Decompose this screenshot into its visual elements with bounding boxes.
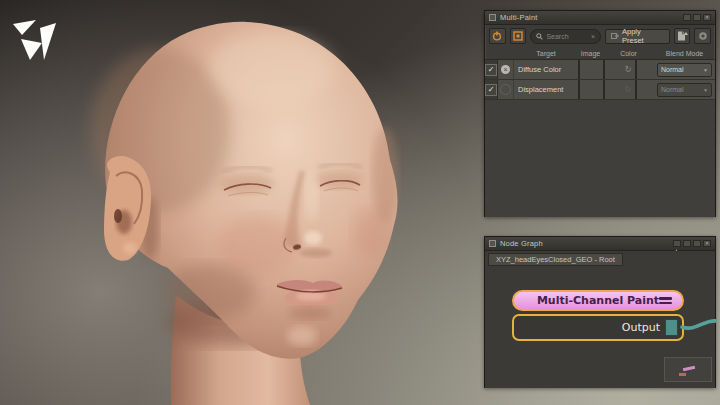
target-label: Displacement — [514, 85, 578, 94]
output-node[interactable]: Output — [512, 314, 684, 341]
collapse-icon[interactable] — [683, 14, 691, 21]
sync-button[interactable] — [694, 28, 711, 44]
color-swatch-a[interactable] — [603, 60, 605, 79]
search-input[interactable]: Search × — [530, 29, 601, 44]
multi-paint-toolbar: Search × Apply Preset — [485, 25, 715, 47]
node-graph-minimap[interactable] — [664, 357, 712, 382]
color-swatch-b[interactable] — [635, 80, 637, 99]
preset-icon — [611, 32, 619, 40]
blend-mode-dropdown[interactable]: Normal ▼ — [657, 83, 712, 97]
enable-checkbox[interactable]: ✓ — [485, 84, 497, 96]
multi-channel-paint-node[interactable]: Multi-Channel Paint — [512, 290, 684, 311]
column-color: Color — [603, 50, 654, 57]
power-icon — [492, 31, 502, 41]
float-icon[interactable] — [693, 14, 701, 21]
column-blend-mode: Blend Mode — [654, 50, 715, 57]
chevron-down-icon: ▼ — [703, 87, 708, 93]
paint-target-icon — [513, 31, 523, 41]
multi-paint-titlebar[interactable]: Multi-Paint × — [485, 11, 715, 25]
node-graph-tab[interactable]: XYZ_headEyesClosed_GEO - Root — [488, 253, 623, 266]
node-graph-panel: Node Graph × XYZ_headEyesClosed_GEO - Ro… — [484, 236, 716, 388]
snap-icon[interactable] — [673, 240, 681, 247]
float-icon[interactable] — [693, 240, 701, 247]
panel-title: Node Graph — [500, 239, 543, 248]
layer-list-header: Target Image Color Blend Mode — [485, 47, 715, 60]
close-icon[interactable]: × — [703, 14, 711, 21]
blend-mode-dropdown[interactable]: Normal ▼ — [657, 63, 712, 77]
apply-preset-button[interactable]: Apply Preset — [605, 29, 669, 44]
image-thumbnail[interactable] — [578, 60, 580, 79]
swap-colors-icon[interactable]: ↻ — [621, 86, 635, 94]
table-row-diffuse-color[interactable]: ✓ × Diffuse Color ↻ Normal ▼ — [485, 60, 715, 80]
head-model — [0, 0, 480, 405]
search-icon — [536, 33, 543, 40]
panel-title: Multi-Paint — [500, 13, 538, 22]
color-swatch-b[interactable] — [635, 60, 637, 79]
close-icon[interactable]: × — [703, 240, 711, 247]
sync-icon — [698, 31, 708, 41]
current-target-icon[interactable]: × — [501, 65, 510, 74]
node-graph-titlebar[interactable]: Node Graph × — [485, 237, 715, 251]
chevron-down-icon: ▼ — [703, 67, 708, 73]
search-placeholder: Search — [546, 33, 588, 40]
image-thumbnail[interactable] — [578, 80, 580, 99]
target-label: Diffuse Color — [514, 65, 578, 74]
column-target: Target — [514, 50, 578, 57]
xyz-logo — [8, 8, 68, 68]
table-row-displacement[interactable]: ✓ Displacement ↻ Normal ▼ — [485, 80, 715, 100]
current-target-icon[interactable] — [500, 84, 511, 95]
collapse-icon[interactable] — [683, 240, 691, 247]
search-clear-icon[interactable]: × — [591, 33, 595, 40]
panel-icon — [489, 240, 496, 247]
color-swatch-a[interactable] — [603, 80, 605, 99]
node-menu-icon[interactable] — [659, 297, 672, 304]
power-button[interactable] — [489, 28, 506, 44]
node-graph-canvas[interactable]: XYZ_headEyesClosed_GEO - Root Multi-Chan… — [485, 251, 715, 388]
multi-paint-panel: Multi-Paint × — [484, 10, 716, 217]
paint-target-button[interactable] — [510, 28, 527, 44]
minimap-node — [683, 366, 695, 371]
minimap-node — [679, 373, 686, 376]
layer-list-empty-area[interactable] — [485, 100, 715, 217]
column-image: Image — [578, 50, 603, 57]
enable-checkbox[interactable]: ✓ — [485, 64, 497, 76]
panel-icon — [489, 14, 496, 21]
swap-colors-icon[interactable]: ↻ — [621, 66, 635, 74]
output-port[interactable] — [665, 319, 678, 336]
